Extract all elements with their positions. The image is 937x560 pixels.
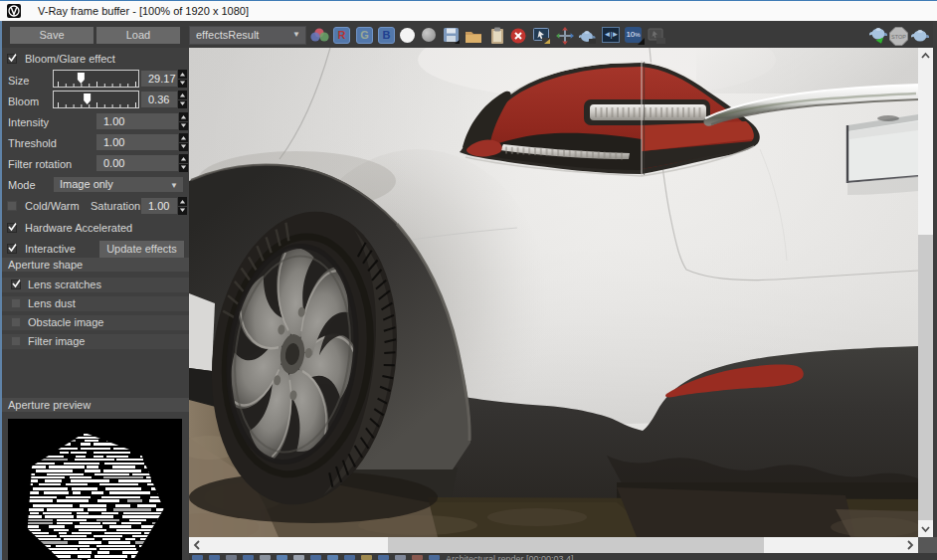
svg-text:STOP: STOP	[891, 34, 906, 40]
